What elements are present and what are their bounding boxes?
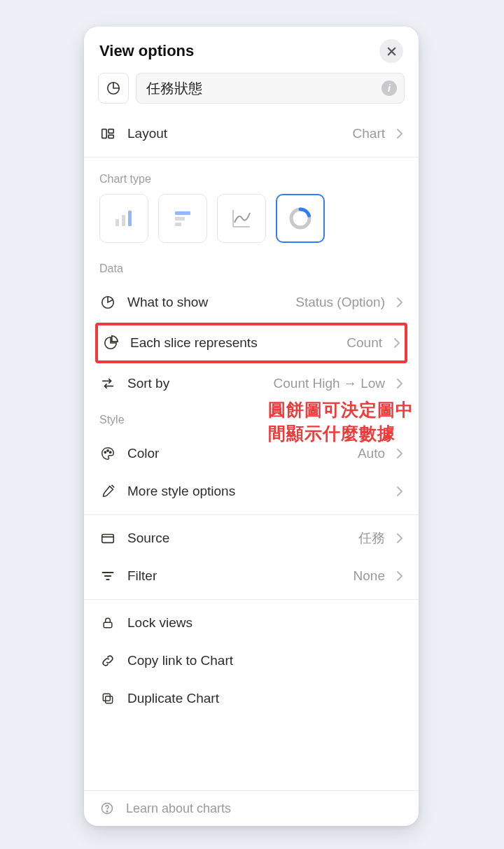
- learn-about-charts[interactable]: Learn about charts: [84, 790, 419, 826]
- layout-label: Layout: [127, 126, 342, 141]
- chart-type-section-label: Chart type: [84, 162, 419, 194]
- folder-icon: [99, 530, 116, 547]
- filter-value: None: [354, 568, 385, 584]
- lock-views-label: Lock views: [127, 615, 403, 631]
- svg-rect-8: [175, 223, 181, 226]
- lock-views-row[interactable]: Lock views: [99, 604, 403, 642]
- color-label: Color: [127, 446, 346, 461]
- svg-rect-6: [175, 211, 190, 215]
- source-row[interactable]: Source 任務: [99, 519, 403, 557]
- what-to-show-label: What to show: [127, 295, 284, 310]
- panel-title: View options: [99, 42, 194, 60]
- chart-type-selector: [84, 194, 419, 251]
- filter-row[interactable]: Filter None: [99, 557, 403, 595]
- color-value: Auto: [358, 446, 385, 461]
- chevron-right-icon: [396, 128, 403, 139]
- annotation-line2: 間顯示什麼數據: [268, 422, 414, 446]
- view-title-input[interactable]: 任務狀態 i: [136, 73, 405, 104]
- divider: [84, 514, 419, 515]
- annotation-text: 圓餅圖可決定圖中 間顯示什麼數據: [268, 398, 414, 446]
- highlighted-row: Each slice represents Count: [95, 323, 407, 363]
- line-chart-icon: [229, 206, 254, 231]
- layout-icon: [99, 125, 116, 142]
- info-icon[interactable]: i: [382, 80, 397, 96]
- what-to-show-row[interactable]: What to show Status (Option): [99, 283, 403, 321]
- view-icon-button[interactable]: [98, 73, 129, 104]
- chevron-right-icon: [396, 570, 403, 582]
- pie-icon: [99, 294, 116, 311]
- learn-label: Learn about charts: [126, 801, 231, 816]
- help-icon: [99, 801, 115, 816]
- svg-rect-7: [175, 217, 185, 220]
- chart-type-bar[interactable]: [99, 194, 148, 243]
- svg-rect-15: [104, 622, 112, 628]
- chevron-right-icon: [396, 533, 403, 544]
- chart-type-donut[interactable]: [276, 194, 325, 243]
- svg-rect-17: [103, 694, 110, 701]
- svg-rect-4: [122, 215, 125, 226]
- close-icon: [386, 46, 397, 57]
- divider: [84, 599, 419, 600]
- sort-by-value: Count High → Low: [274, 376, 385, 391]
- pie-slice-icon: [102, 335, 119, 351]
- donut-chart-icon: [287, 205, 314, 232]
- source-value: 任務: [358, 529, 385, 547]
- svg-rect-1: [108, 129, 113, 134]
- duplicate-label: Duplicate Chart: [127, 691, 403, 706]
- svg-rect-2: [108, 135, 113, 139]
- more-style-label: More style options: [127, 484, 385, 499]
- divider: [84, 157, 419, 157]
- layout-value: Chart: [353, 126, 385, 141]
- chart-type-line[interactable]: [217, 194, 266, 243]
- what-to-show-value: Status (Option): [295, 295, 385, 310]
- svg-point-11: [104, 451, 106, 453]
- sort-by-row[interactable]: Sort by Count High → Low: [99, 365, 403, 402]
- sort-icon: [99, 375, 116, 392]
- brush-icon: [99, 483, 116, 500]
- svg-rect-0: [102, 129, 106, 139]
- more-style-row[interactable]: More style options: [99, 472, 403, 510]
- each-slice-row[interactable]: Each slice represents Count: [98, 325, 405, 360]
- svg-rect-3: [115, 219, 119, 226]
- svg-rect-14: [102, 535, 114, 543]
- link-icon: [99, 652, 116, 669]
- each-slice-label: Each slice represents: [130, 335, 335, 351]
- data-section-label: Data: [84, 251, 419, 283]
- horizontal-bar-icon: [171, 206, 195, 230]
- chart-type-horizontal-bar[interactable]: [158, 194, 207, 243]
- copy-link-row[interactable]: Copy link to Chart: [99, 642, 403, 680]
- svg-point-12: [107, 450, 108, 451]
- chevron-right-icon: [396, 486, 403, 497]
- pie-chart-icon: [106, 80, 121, 96]
- duplicate-icon: [99, 690, 116, 707]
- bar-chart-icon: [112, 206, 136, 230]
- filter-label: Filter: [127, 568, 342, 584]
- filter-icon: [99, 568, 116, 584]
- palette-icon: [99, 445, 116, 462]
- chevron-right-icon: [396, 378, 403, 389]
- sort-by-label: Sort by: [127, 376, 262, 391]
- chevron-right-icon: [396, 448, 403, 459]
- chevron-right-icon: [396, 297, 403, 308]
- svg-rect-16: [106, 696, 113, 703]
- each-slice-value: Count: [346, 335, 382, 351]
- panel-header: View options: [84, 27, 419, 73]
- layout-row[interactable]: Layout Chart: [99, 115, 403, 153]
- view-title-row: 任務狀態 i: [84, 73, 419, 115]
- svg-point-13: [109, 451, 111, 453]
- annotation-line1: 圓餅圖可決定圖中: [268, 398, 414, 422]
- duplicate-row[interactable]: Duplicate Chart: [99, 680, 403, 717]
- svg-rect-5: [128, 211, 132, 226]
- view-title-text: 任務狀態: [146, 79, 382, 98]
- svg-point-19: [106, 811, 108, 812]
- lock-icon: [99, 615, 116, 631]
- source-label: Source: [127, 531, 347, 546]
- close-button[interactable]: [379, 39, 403, 63]
- chevron-right-icon: [393, 337, 400, 349]
- copy-link-label: Copy link to Chart: [127, 653, 403, 668]
